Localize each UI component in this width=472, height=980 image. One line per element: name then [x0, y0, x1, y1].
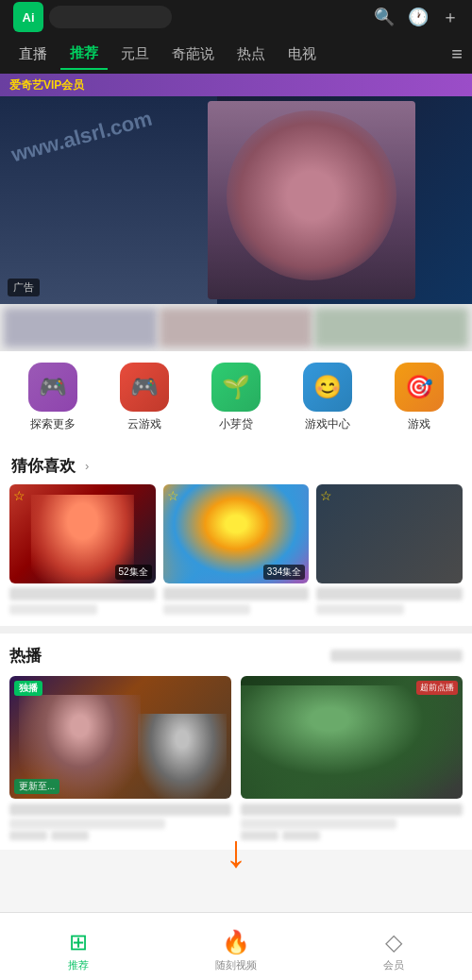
blur-thumb-3 [314, 308, 468, 347]
hot-title: 热播 [9, 645, 42, 667]
status-left: Ai [13, 2, 172, 32]
tab-qipashuo[interactable]: 奇葩说 [162, 40, 224, 69]
card-sub-3 [316, 604, 404, 615]
shortcut-gamecenter[interactable]: 😊 游戏中心 [290, 363, 365, 432]
episode-2: 334集全 [263, 565, 306, 580]
game-icon: 🎯 [395, 363, 444, 412]
hot-title-blur-2 [241, 803, 463, 816]
hero-figure [208, 101, 415, 299]
star-icon-3: ☆ [320, 488, 332, 503]
bottom-nav: ⊞ 推荐 🔥 随刻视频 ◇ 会员 [0, 912, 472, 980]
hot-sub-line-1 [9, 819, 165, 829]
home-icon: ⊞ [69, 929, 88, 955]
arrow-indicator: ↓ [217, 829, 255, 886]
guess-thumb-1: ☆ 52集全 [9, 484, 156, 583]
guess-cards-row: ☆ 52集全 ☆ 334集全 ☆ [0, 484, 472, 626]
hot-cards-row: 独播 更新至... 超前点播 [9, 676, 463, 840]
bottom-nav-suike[interactable]: 🔥 随刻视频 [158, 921, 315, 972]
bottom-nav-vip[interactable]: ◇ 会员 [314, 921, 472, 972]
hot-card-info-2 [241, 803, 463, 840]
hot-chip-1a [9, 831, 47, 840]
guess-section-header: 猜你喜欢 › [0, 444, 472, 484]
blur-thumb-2 [160, 308, 313, 347]
game-label: 游戏 [408, 416, 430, 432]
vip-diamond-icon: ◇ [385, 929, 402, 955]
add-icon[interactable]: ＋ [442, 6, 459, 28]
flame-icon: 🔥 [222, 929, 250, 955]
ad-badge: 广告 [8, 279, 40, 296]
gamecenter-label: 游戏中心 [305, 416, 350, 432]
hot-badge-1: 独播 [14, 681, 42, 696]
guess-card-2[interactable]: ☆ 334集全 [163, 484, 310, 615]
cloudgame-label: 云游戏 [127, 416, 161, 432]
bottom-label-suike: 随刻视频 [215, 958, 257, 972]
shortcuts-section: 🎮 探索更多 🎮 云游戏 🌱 小芽贷 😊 游戏中心 🎯 游戏 [0, 351, 472, 444]
explore-label: 探索更多 [30, 416, 76, 432]
hot-sub-chips-1 [9, 831, 231, 840]
status-bar: Ai 🔍 🕐 ＋ [0, 0, 472, 34]
blur-thumb-1 [4, 308, 158, 347]
hot-ep-1: 更新至... [14, 779, 59, 794]
hero-banner[interactable]: 广告 [0, 96, 472, 304]
hot-title-blur-1 [9, 803, 231, 816]
hot-thumb-2: 超前点播 [241, 676, 463, 799]
card-title-3 [316, 587, 463, 600]
hot-thumb-1: 独播 更新至... [9, 676, 231, 799]
gamecenter-icon: 😊 [303, 363, 352, 412]
hot-card-info-1 [9, 803, 231, 840]
nav-tabs: 直播 推荐 元旦 奇葩说 热点 电视 ≡ [0, 34, 472, 74]
tab-recommend[interactable]: 推荐 [60, 39, 108, 70]
hot-sub-line-2 [241, 819, 396, 829]
guess-title: 猜你喜欢 [11, 455, 76, 477]
app-logo: Ai [13, 2, 43, 32]
guess-more[interactable]: › [85, 459, 89, 473]
card-sub-2 [163, 604, 251, 615]
hot-section: 热播 独播 更新至... 超前点播 [0, 634, 472, 850]
guess-card-3[interactable]: ☆ [316, 484, 463, 615]
search-bar[interactable] [49, 6, 172, 28]
episode-1: 52集全 [115, 565, 152, 580]
hot-chip-2b [282, 831, 320, 840]
tab-live[interactable]: 直播 [9, 40, 57, 69]
star-icon-2: ☆ [167, 488, 179, 503]
shortcut-loan[interactable]: 🌱 小芽贷 [198, 363, 274, 432]
hot-badge-red-2: 超前点播 [416, 681, 458, 695]
hot-sub-chips-2 [241, 831, 463, 840]
shortcut-cloudgame[interactable]: 🎮 云游戏 [107, 363, 182, 432]
search-icon[interactable]: 🔍 [374, 7, 395, 27]
hot-people-3 [241, 685, 463, 799]
history-icon[interactable]: 🕐 [408, 7, 429, 27]
section-divider [0, 626, 472, 634]
loan-icon: 🌱 [211, 363, 261, 412]
cloudgame-icon: 🎮 [120, 363, 169, 412]
bottom-nav-recommend[interactable]: ⊞ 推荐 [0, 921, 158, 972]
vip-banner[interactable]: 爱奇艺VIP会员 [0, 74, 472, 96]
card-sub-1 [9, 604, 97, 615]
explore-icon: 🎮 [28, 363, 77, 412]
status-right: 🔍 🕐 ＋ [374, 6, 459, 28]
hot-chip-1b [51, 831, 89, 840]
guess-thumb-3: ☆ [316, 484, 463, 583]
blurred-thumbs-row [0, 304, 472, 351]
vip-text: 爱奇艺VIP会员 [9, 77, 84, 93]
tab-hotspot[interactable]: 热点 [228, 40, 275, 69]
bottom-label-vip: 会员 [383, 958, 404, 972]
shortcut-explore[interactable]: 🎮 探索更多 [15, 363, 91, 432]
bottom-label-recommend: 推荐 [68, 958, 89, 972]
shortcut-game[interactable]: 🎯 游戏 [381, 363, 457, 432]
guess-thumb-2: ☆ 334集全 [163, 484, 310, 583]
tab-tv[interactable]: 电视 [278, 40, 326, 69]
tab-yuandan[interactable]: 元旦 [111, 40, 159, 69]
card-title-1 [9, 587, 156, 600]
hot-card-2[interactable]: 超前点播 [241, 676, 463, 840]
nav-more-button[interactable]: ≡ [451, 43, 463, 65]
hot-sub-blur [330, 650, 463, 662]
guess-card-1[interactable]: ☆ 52集全 [9, 484, 156, 615]
star-icon-1: ☆ [13, 488, 25, 503]
hot-header: 热播 [9, 645, 463, 667]
hot-people-2 [138, 714, 227, 799]
hot-card-1[interactable]: 独播 更新至... [9, 676, 231, 840]
card-title-2 [163, 587, 310, 600]
loan-label: 小芽贷 [219, 416, 253, 432]
down-arrow-icon: ↓ [217, 829, 255, 886]
